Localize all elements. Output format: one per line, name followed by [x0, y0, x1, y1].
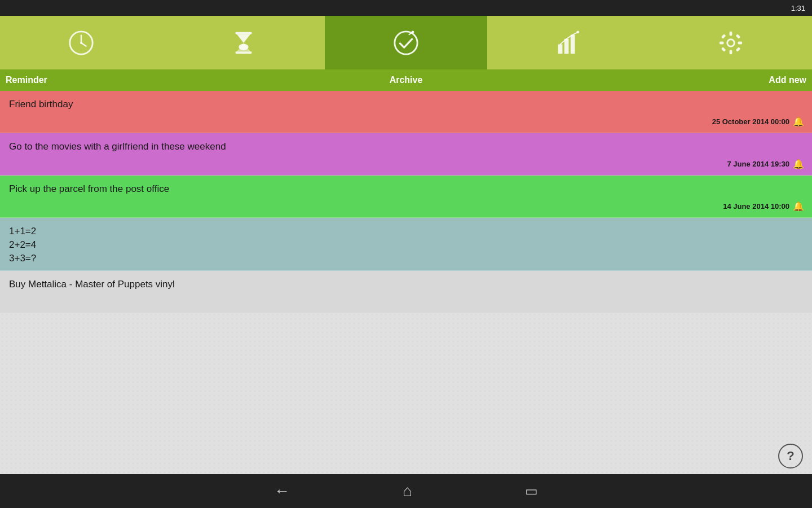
home-button[interactable]: ⌂ [403, 482, 412, 500]
reminder-footer: 7 June 2014 19:30 🔔 [727, 159, 804, 169]
status-bar: 1:31 [0, 0, 812, 16]
list-item[interactable]: Pick up the parcel from the post office … [0, 176, 812, 218]
svg-rect-20 [721, 34, 726, 39]
reminder-footer: 14 June 2014 10:00 🔔 [723, 201, 804, 212]
recent-apps-button[interactable]: ▭ [525, 483, 538, 499]
svg-rect-5 [236, 51, 252, 54]
reminder-text: Pick up the parcel from the post office [9, 183, 169, 194]
svg-rect-17 [730, 50, 732, 54]
svg-rect-4 [236, 32, 252, 34]
bottom-nav-bar: ← ⌂ ▭ [0, 474, 812, 508]
svg-rect-22 [721, 47, 726, 52]
svg-point-15 [728, 40, 734, 46]
list-item[interactable]: Friend birthday 25 October 2014 00:00 🔔 [0, 91, 812, 133]
svg-point-13 [576, 30, 579, 33]
reminder-text: Go to the movies with a girlfriend in th… [9, 141, 226, 152]
svg-rect-11 [564, 38, 569, 53]
svg-rect-18 [720, 41, 724, 44]
svg-rect-19 [738, 41, 742, 44]
gear-icon [717, 29, 744, 56]
reminder-date: 25 October 2014 00:00 [712, 117, 789, 126]
header-archive-label: Archive [390, 75, 423, 85]
bell-icon: 🔔 [793, 116, 804, 127]
svg-rect-10 [558, 44, 563, 54]
content-area: Friend birthday 25 October 2014 00:00 🔔 … [0, 91, 812, 474]
status-time: 1:31 [791, 4, 805, 12]
tab-archive[interactable] [325, 16, 487, 69]
header-bar: Reminder Archive Add new [0, 69, 812, 91]
reminder-footer: 25 October 2014 00:00 🔔 [712, 116, 804, 127]
tab-settings[interactable] [650, 16, 812, 69]
list-item[interactable]: 1+1=2 2+2=4 3+3=? [0, 218, 812, 271]
back-button[interactable]: ← [274, 482, 290, 500]
tab-bar [0, 16, 812, 69]
archive-check-icon [392, 29, 420, 56]
svg-rect-12 [571, 34, 575, 54]
bell-icon: 🔔 [793, 201, 804, 212]
tab-stats[interactable] [487, 16, 650, 69]
svg-point-6 [239, 43, 248, 50]
question-mark-icon: ? [787, 449, 794, 463]
reminder-text: Buy Mettalica - Master of Puppets vinyl [9, 279, 175, 290]
reminder-date: 14 June 2014 10:00 [723, 202, 789, 211]
header-reminder-label: Reminder [6, 75, 47, 85]
help-button[interactable]: ? [778, 444, 803, 468]
svg-rect-16 [730, 31, 732, 36]
list-item[interactable]: Buy Mettalica - Master of Puppets vinyl [0, 271, 812, 313]
svg-rect-23 [736, 47, 741, 52]
tab-reminder[interactable] [0, 16, 162, 69]
svg-point-3 [80, 42, 82, 44]
svg-point-9 [412, 30, 414, 33]
stats-icon [555, 29, 582, 56]
reminder-date: 7 June 2014 19:30 [727, 160, 789, 168]
svg-point-7 [395, 31, 417, 54]
bell-icon: 🔔 [793, 159, 804, 169]
list-item[interactable]: Go to the movies with a girlfriend in th… [0, 133, 812, 176]
svg-rect-21 [736, 34, 741, 39]
clock-icon [68, 29, 95, 56]
reminder-text: Friend birthday [9, 99, 73, 110]
reminder-text: 1+1=2 2+2=4 3+3=? [9, 226, 36, 264]
hourglass-icon [230, 29, 257, 56]
tab-hourglass[interactable] [162, 16, 325, 69]
add-new-button[interactable]: Add new [769, 75, 806, 85]
